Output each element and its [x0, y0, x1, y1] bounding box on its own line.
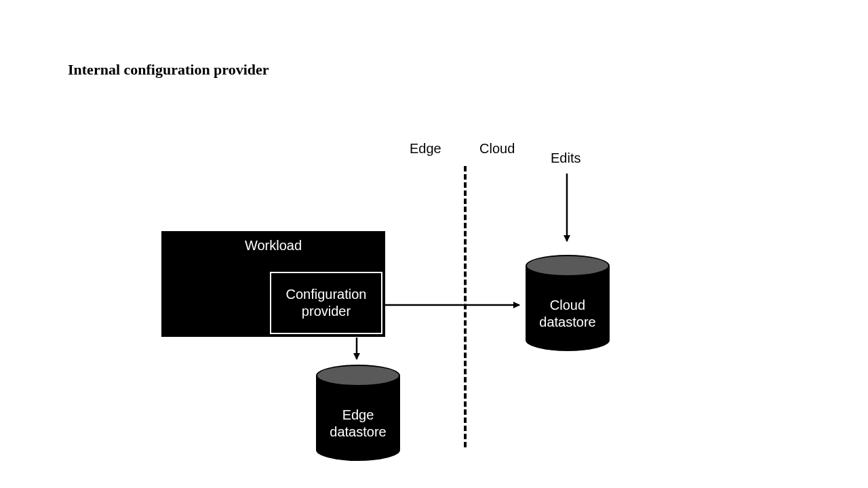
diagram-title: Internal configuration provider — [68, 61, 269, 79]
configuration-provider-box: Configuration provider — [270, 272, 382, 334]
edits-label: Edits — [551, 150, 580, 166]
cloud-datastore-cylinder: Cloud datastore — [526, 266, 610, 351]
edge-datastore-label: Edge datastore — [316, 407, 400, 441]
workload-box: Workload Configuration provider — [161, 231, 385, 337]
configuration-provider-label: Configuration provider — [271, 286, 381, 320]
cloud-section-label: Cloud — [479, 141, 515, 157]
edge-datastore-cylinder: Edge datastore — [316, 375, 400, 461]
workload-label: Workload — [161, 238, 385, 253]
cloud-datastore-label: Cloud datastore — [526, 297, 610, 331]
edge-cloud-divider — [464, 166, 467, 447]
edge-section-label: Edge — [410, 141, 441, 157]
